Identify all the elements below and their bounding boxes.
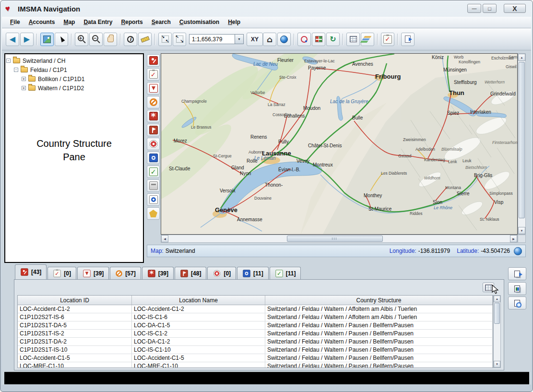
tree-expander-icon[interactable]: - [6, 59, 11, 63]
table-row[interactable]: LOC-Accident-C1-2 LOC-Accident-C1-2 Swit… [18, 305, 493, 313]
title-bar[interactable]: IMSMA Navigation — □ X [0, 0, 533, 17]
tab-victims[interactable]: [39] [77, 267, 109, 279]
scroll-right-button[interactable]: ▶ [510, 235, 517, 242]
pane-title: Country Structure Pane [31, 137, 118, 164]
tab-completed[interactable]: ✓ [11] [270, 267, 301, 279]
table-row[interactable]: C1P1D2S1T-DA-5 LOC-DA-C1-5 Switzerland /… [18, 321, 493, 330]
bottom-status-strip [4, 372, 529, 384]
zoom-in-button[interactable]: + [75, 33, 88, 46]
select-by-circle-button[interactable] [297, 33, 311, 46]
column-header-location-name[interactable]: Location Name [132, 296, 265, 305]
menu-item-customisation[interactable]: Customisation [175, 17, 224, 28]
tab-mines[interactable]: * [39] [142, 267, 174, 279]
column-header-country-structure[interactable]: Country Structure [265, 296, 493, 305]
menu-item-map[interactable]: Map [59, 17, 79, 28]
menu-item-data-entry[interactable]: Data Entry [79, 17, 117, 28]
zoom-to-full-extent-button[interactable] [173, 33, 186, 46]
table-row[interactable]: C1P1D2S1T-IS-2 LOC-IS-C1-2 Switzerland /… [18, 330, 493, 338]
scroll-left-button[interactable]: ◀ [161, 235, 168, 242]
tab-hazards[interactable]: [57] [110, 267, 141, 279]
polygon-select-button[interactable] [147, 207, 160, 220]
layer-victims-toggle[interactable] [147, 82, 160, 95]
map-canvas[interactable]: Lausanne Genève Fribourg Thun Vevey Mont… [161, 53, 518, 235]
tree-expander-icon[interactable]: + [22, 86, 26, 90]
layer-mre-toggle[interactable] [147, 138, 160, 150]
layer-locations-toggle[interactable] [147, 152, 160, 164]
identify-button[interactable]: i [124, 33, 137, 46]
layer-checklists-toggle[interactable]: ✓ [147, 68, 160, 81]
scroll-down-button[interactable]: ▼ [494, 361, 500, 368]
forward-button[interactable]: ▶ [20, 33, 34, 46]
home-extent-button[interactable]: ⌂ [263, 33, 276, 46]
table-row[interactable]: LOC-Accident-C1-5 LOC-Accident-C1-5 Swit… [18, 354, 493, 362]
tree-node[interactable]: - Switzerland / CH [6, 56, 142, 65]
table-vertical-scrollbar[interactable]: ▲ ▼ [493, 295, 501, 368]
xy-goto-button[interactable]: XY [247, 33, 263, 46]
scroll-thumb[interactable] [494, 303, 500, 324]
scroll-up-button[interactable]: ▲ [494, 296, 500, 302]
layer-hazard-reductions-toggle[interactable] [147, 124, 160, 136]
export-table-button[interactable] [508, 267, 526, 280]
table-row[interactable]: C1P1D2S1T-DA-2 LOC-DA-C1-2 Switzerland /… [18, 338, 493, 346]
close-button[interactable]: X [504, 4, 526, 13]
select-tool-button[interactable] [55, 33, 68, 46]
menu-item-search[interactable]: Search [147, 17, 175, 28]
combo-dropdown-icon[interactable] [235, 34, 244, 44]
back-button[interactable]: ◀ [6, 33, 19, 46]
tree-node[interactable]: + Waltern / C1P1D2 [6, 83, 142, 93]
print-map-button[interactable] [147, 179, 160, 192]
map-vertical-scrollbar[interactable]: ▲ ▼ [518, 53, 526, 235]
window-controls: — □ X [467, 4, 526, 13]
tab-hazard-reductions[interactable]: [48] [175, 267, 206, 279]
world-map-button[interactable] [277, 33, 291, 46]
tree-expander-icon[interactable]: + [22, 77, 26, 81]
scroll-thumb[interactable] [519, 62, 525, 218]
scroll-down-button[interactable]: ▼ [518, 227, 525, 234]
tab-checklists[interactable]: ✓ [0] [47, 267, 76, 279]
attribute-table-button[interactable] [346, 33, 360, 46]
export-selected-button[interactable] [508, 282, 526, 295]
scroll-up-button[interactable]: ▲ [518, 54, 525, 61]
column-header-location-id[interactable]: Location ID [18, 296, 132, 305]
view-report-button[interactable] [508, 297, 526, 309]
table-row[interactable]: C1P1D2S2T-IS-6 LOC-IS-C1-6 Switzerland /… [18, 313, 493, 321]
refresh-map-button[interactable]: ↻ [326, 33, 340, 46]
globe-icon[interactable] [514, 247, 522, 255]
tab-locations[interactable]: [11] [237, 267, 269, 279]
tree-node[interactable]: - Feldau / C1P1 [6, 65, 142, 74]
layer-accidents-toggle[interactable] [147, 54, 160, 67]
theme-manager-button[interactable] [312, 33, 325, 46]
layer-control-button[interactable] [361, 33, 374, 46]
scroll-thumb[interactable] [287, 236, 383, 242]
menu-item-reports[interactable]: Reports [117, 17, 147, 28]
map-horizontal-scrollbar[interactable]: ◀ ▶ [161, 235, 518, 243]
map-layer-toolbar: ✓ * ✓ [147, 54, 160, 220]
cell-location-id: C1P1D2S2T-IS-6 [18, 313, 132, 321]
table-options-button[interactable] [483, 283, 494, 292]
pan-button[interactable] [104, 33, 117, 46]
tab-mre[interactable]: [0] [207, 267, 236, 279]
measure-button[interactable] [138, 33, 152, 46]
maximize-button[interactable]: □ [483, 4, 497, 13]
zoom-to-selected-button[interactable] [158, 33, 172, 46]
show-on-map-button[interactable] [40, 33, 54, 46]
layer-mines-toggle[interactable]: * [147, 110, 160, 122]
data-entry-form-button[interactable] [401, 33, 415, 46]
table-row[interactable]: LOC-MRE-C1-10 LOC-MRE-C1-10 Switzerland … [18, 362, 493, 368]
menu-item-accounts[interactable]: Accounts [24, 17, 59, 28]
table-row[interactable]: C1P1D2S1T-IS-10 LOC-IS-C1-10 Switzerland… [18, 346, 493, 354]
minimize-button[interactable]: — [467, 4, 481, 13]
tab-accidents[interactable]: [43] [15, 264, 47, 279]
scrollbar-corner [518, 235, 526, 243]
layer-completed-toggle[interactable]: ✓ [147, 166, 160, 178]
time-filter-button[interactable] [147, 193, 160, 206]
tree-expander-icon[interactable]: - [14, 68, 18, 72]
menu-item-help[interactable]: Help [224, 17, 245, 28]
country-structure-tree: - Switzerland / CH - Feldau / C1P1 + Bol… [5, 54, 143, 95]
tree-node[interactable]: + Bollikon / C1P1D1 [6, 74, 142, 83]
checklist-button[interactable]: ✓ [381, 33, 394, 46]
zoom-out-button[interactable]: − [89, 33, 103, 46]
menu-item-file[interactable]: File [6, 17, 24, 28]
layer-hazards-toggle[interactable] [147, 96, 160, 108]
scale-combobox[interactable]: 1:1,656,379 [189, 34, 244, 44]
